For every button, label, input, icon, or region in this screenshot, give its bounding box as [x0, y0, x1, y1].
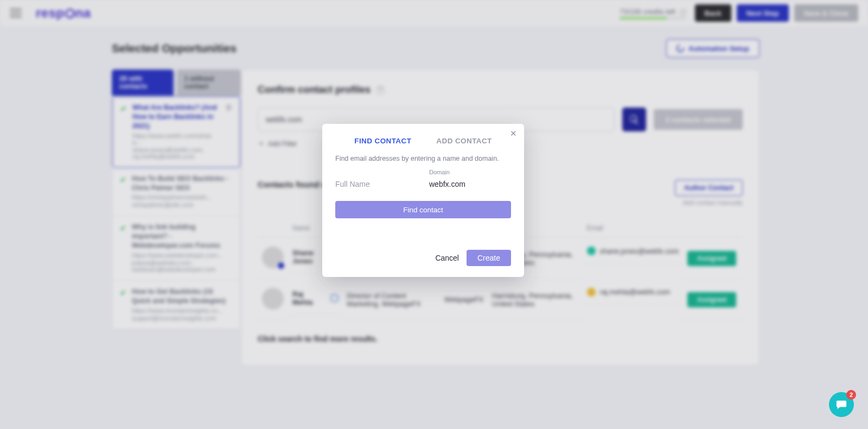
create-button[interactable]: Create: [467, 250, 511, 266]
tab-add-contact[interactable]: ADD CONTACT: [436, 137, 492, 145]
tab-find-contact[interactable]: FIND CONTACT: [354, 137, 411, 145]
domain-label: Domain: [429, 169, 511, 175]
chat-icon: [835, 399, 847, 411]
find-contact-modal: ✕ FIND CONTACT ADD CONTACT Find email ad…: [322, 124, 524, 277]
find-contact-button[interactable]: Find contact: [335, 201, 511, 218]
chat-badge: 2: [846, 390, 856, 400]
domain-input[interactable]: [429, 178, 511, 191]
chat-launcher[interactable]: 2: [829, 392, 854, 417]
fullname-input[interactable]: [335, 178, 417, 191]
modal-description: Find email addresses by entering a name …: [322, 147, 524, 166]
cancel-button[interactable]: Cancel: [435, 250, 459, 266]
fullname-label: [335, 169, 417, 175]
close-icon[interactable]: ✕: [508, 128, 519, 139]
